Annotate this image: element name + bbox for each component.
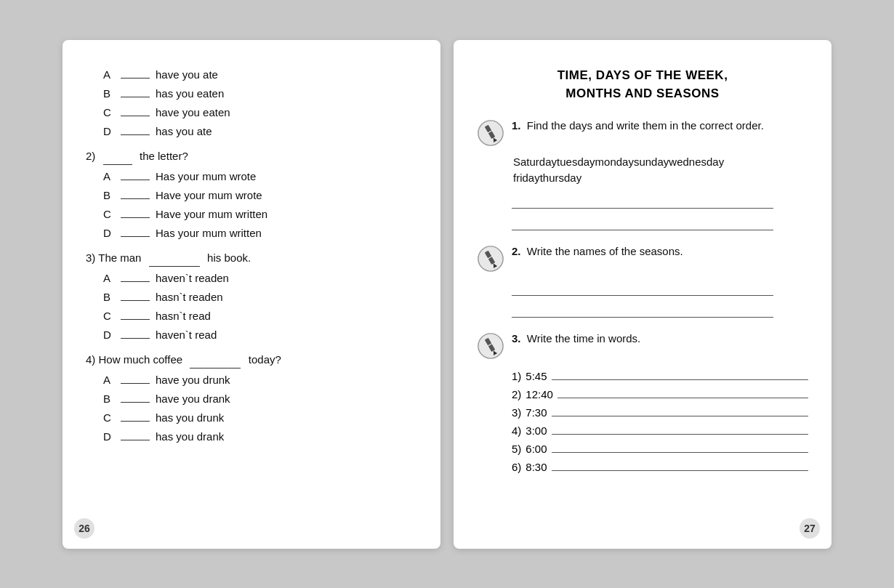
answer-line (512, 280, 773, 296)
answer-blank (121, 281, 150, 282)
word-bank: Saturdaytuesdaymondaysundaywednesdayfrid… (513, 154, 808, 187)
option-text: hasn`t read (156, 307, 211, 325)
question-1: A have you ate B has you eaten C have yo… (86, 66, 417, 140)
list-item: C Have your mum written (103, 206, 417, 223)
list-item: 3) 7:30 (512, 403, 808, 419)
answer-blank (121, 300, 150, 301)
option-text: has you eaten (156, 85, 224, 102)
answer-line (512, 214, 773, 230)
pencil-icon (477, 119, 504, 147)
list-item: B hasn`t readen (103, 289, 417, 306)
question-2: 2) the letter? A Has your mum wrote B Ha… (86, 148, 417, 242)
option-label: A (103, 168, 115, 185)
answer-line (512, 302, 773, 318)
list-item: 5) 6:00 (512, 440, 808, 455)
option-label: C (103, 409, 115, 427)
q2-intro: 2) the letter? (86, 148, 417, 165)
pages-container: A have you ate B has you eaten C have yo… (41, 18, 853, 571)
option-label: B (103, 390, 115, 408)
answer-blank (121, 217, 150, 218)
title-line-1: TIME, DAYS OF THE WEEK, (477, 66, 808, 85)
exercise-1: 1. Find the days and write them in the c… (477, 118, 808, 230)
list-item: C hasn`t read (103, 307, 417, 325)
left-page: A have you ate B has you eaten C have yo… (63, 40, 440, 549)
list-item: D has you ate (103, 123, 417, 140)
option-label: D (103, 326, 115, 344)
list-item: A have you ate (103, 66, 417, 84)
q2-options: A Has your mum wrote B Have your mum wro… (103, 168, 417, 242)
option-label: D (103, 225, 115, 242)
q3-options: A haven`t readen B hasn`t readen C hasn`… (103, 270, 417, 344)
time-value: 12:40 (525, 388, 553, 400)
answer-blank (121, 383, 150, 384)
option-text: have you eaten (156, 104, 230, 121)
q4-intro: 4) How much coffee today? (86, 351, 417, 368)
list-item: A have you drunk (103, 371, 417, 389)
q3-intro: 3) The man his book. (86, 249, 417, 267)
time-value: 6:00 (525, 443, 547, 455)
q1-options: A have you ate B has you eaten C have yo… (103, 66, 417, 140)
page-title: TIME, DAYS OF THE WEEK, MONTHS AND SEASO… (477, 66, 808, 103)
exercise-1-header: 1. Find the days and write them in the c… (477, 118, 808, 147)
exercise-3-header: 3. Write the time in words. (477, 331, 808, 360)
option-label: A (103, 270, 115, 287)
list-item: A haven`t readen (103, 270, 417, 287)
answer-blank (121, 198, 150, 199)
title-line-2: MONTHS AND SEASONS (477, 84, 808, 103)
time-answer-blank (552, 422, 808, 435)
time-answer-blank (552, 403, 808, 416)
exercise-1-text: 1. Find the days and write them in the c… (512, 118, 808, 134)
time-num: 5) (512, 443, 521, 455)
option-text: has you drunk (156, 409, 224, 427)
option-text: Have your mum wrote (156, 187, 262, 204)
answer-blank (121, 421, 150, 422)
time-value: 7:30 (525, 406, 547, 419)
option-text: haven`t read (156, 326, 217, 344)
list-item: 1) 5:45 (512, 367, 808, 382)
q4-options: A have you drunk B have you drank C has … (103, 371, 417, 446)
pencil-icon (477, 332, 504, 360)
answer-blank (121, 116, 150, 116)
exercise-number: 1. (512, 119, 521, 132)
answer-line (512, 193, 773, 209)
exercise-2: 2. Write the names of the seasons. (477, 243, 808, 318)
option-label: B (103, 289, 115, 306)
list-item: A Has your mum wrote (103, 168, 417, 185)
page-number-left: 26 (74, 518, 94, 539)
option-label: C (103, 104, 115, 121)
time-answer-blank (557, 385, 808, 398)
option-text: have you ate (156, 66, 218, 84)
question-4: 4) How much coffee today? A have you dru… (86, 351, 417, 446)
option-label: B (103, 85, 115, 102)
list-item: D haven`t read (103, 326, 417, 344)
list-item: 2) 12:40 (512, 385, 808, 400)
list-item: D has you drank (103, 428, 417, 446)
exercise-number: 2. (512, 245, 521, 257)
option-label: A (103, 371, 115, 389)
list-item: 4) 3:00 (512, 422, 808, 437)
list-item: C have you eaten (103, 104, 417, 121)
answer-blank (190, 368, 241, 368)
option-text: Has your mum written (156, 225, 262, 242)
option-text: have you drunk (156, 371, 230, 389)
list-item: B has you eaten (103, 85, 417, 102)
option-text: Have your mum written (156, 206, 267, 223)
answer-blank (121, 440, 150, 440)
option-text: have you drank (156, 390, 230, 408)
answer-blank (149, 266, 200, 267)
time-num: 3) (512, 406, 521, 419)
time-answer-blank (552, 440, 808, 453)
right-page: TIME, DAYS OF THE WEEK, MONTHS AND SEASO… (454, 40, 831, 549)
question-3: 3) The man his book. A haven`t readen B … (86, 249, 417, 344)
page-number-right: 27 (800, 518, 820, 539)
list-item: C has you drunk (103, 409, 417, 427)
answer-blank (103, 164, 132, 165)
time-value: 3:00 (525, 424, 547, 437)
time-num: 1) (512, 370, 521, 382)
option-label: D (103, 123, 115, 140)
answer-blank (121, 78, 150, 78)
time-answer-blank (552, 367, 808, 380)
answer-blank (121, 134, 150, 135)
option-label: C (103, 307, 115, 325)
time-items: 1) 5:45 2) 12:40 3) 7:30 4) 3:00 (512, 367, 808, 473)
